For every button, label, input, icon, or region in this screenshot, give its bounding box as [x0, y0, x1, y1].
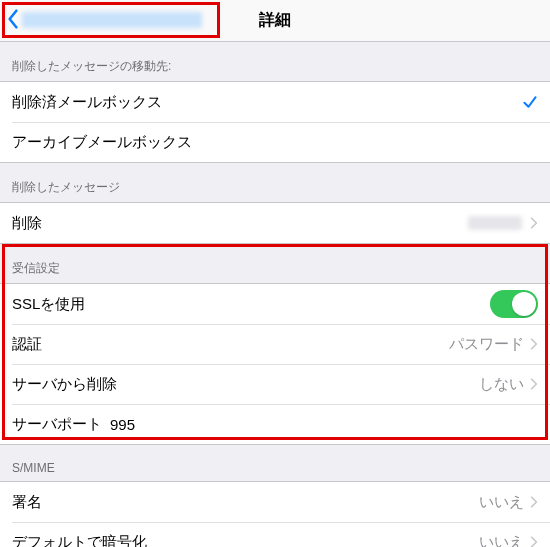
row-value: いいえ: [479, 493, 524, 512]
section-header-deleted-msg: 削除したメッセージ: [0, 163, 550, 202]
row-ssl: SSLを使用: [0, 284, 550, 324]
group-smime: 署名 いいえ デフォルトで暗号化 いいえ: [0, 481, 550, 547]
chevron-right-icon: [530, 337, 538, 351]
row-archive-mailbox[interactable]: アーカイブメールボックス: [0, 122, 550, 162]
row-label: 削除: [12, 214, 42, 233]
group-deleted-msg: 削除: [0, 202, 550, 244]
section-header-deleted-move: 削除したメッセージの移動先:: [0, 42, 550, 81]
row-label: 署名: [12, 493, 42, 512]
row-server-port[interactable]: サーバポート 995: [0, 404, 550, 444]
row-delete[interactable]: 削除: [0, 203, 550, 243]
checkmark-icon: [522, 94, 538, 110]
ssl-toggle[interactable]: [490, 290, 538, 318]
back-label-redacted: [22, 12, 202, 28]
row-label: サーバから削除: [12, 375, 117, 394]
row-label: デフォルトで暗号化: [12, 533, 147, 548]
section-header-incoming: 受信設定: [0, 244, 550, 283]
chevron-right-icon: [530, 495, 538, 509]
row-value: いいえ: [479, 533, 524, 548]
row-deleted-mailbox[interactable]: 削除済メールボックス: [0, 82, 550, 122]
nav-header: 詳細: [0, 0, 550, 42]
row-label: アーカイブメールボックス: [12, 133, 192, 152]
chevron-right-icon: [530, 377, 538, 391]
chevron-right-icon: [530, 216, 538, 230]
row-label: 認証: [12, 335, 42, 354]
row-signing[interactable]: 署名 いいえ: [0, 482, 550, 522]
row-auth[interactable]: 認証 パスワード: [0, 324, 550, 364]
page-title: 詳細: [259, 10, 291, 31]
row-encrypt-default[interactable]: デフォルトで暗号化 いいえ: [0, 522, 550, 547]
value-redacted: [468, 216, 522, 230]
back-button[interactable]: [4, 4, 208, 36]
chevron-left-icon: [6, 9, 22, 32]
row-label: SSLを使用: [12, 295, 85, 314]
row-label: サーバポート: [12, 415, 102, 434]
row-value: しない: [479, 375, 524, 394]
row-value: 995: [110, 416, 135, 433]
row-remove-from-server[interactable]: サーバから削除 しない: [0, 364, 550, 404]
section-header-smime: S/MIME: [0, 445, 550, 481]
row-value: パスワード: [449, 335, 524, 354]
row-label: 削除済メールボックス: [12, 93, 162, 112]
group-deleted-move: 削除済メールボックス アーカイブメールボックス: [0, 81, 550, 163]
group-incoming: SSLを使用 認証 パスワード サーバから削除 しない サーバポート 995: [0, 283, 550, 445]
chevron-right-icon: [530, 535, 538, 547]
